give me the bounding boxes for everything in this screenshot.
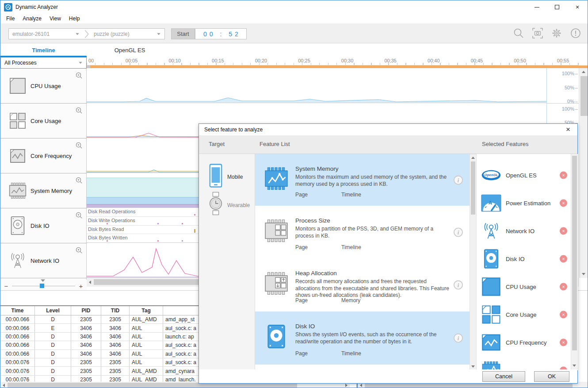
cancel-button[interactable]: Cancel — [482, 371, 525, 382]
zoom-slider-handle[interactable] — [40, 284, 44, 288]
ruler-tick-label: 00;20 — [255, 58, 267, 63]
feature-item-process-size[interactable]: Process SizeMonitors a partition of the … — [255, 206, 470, 258]
row-expander-icon[interactable] — [40, 279, 46, 282]
mobile-icon — [208, 163, 223, 188]
remove-icon[interactable]: × — [560, 255, 567, 262]
feature-item-heap-allocation[interactable]: Heap AllocationRecords all memory alloca… — [255, 258, 470, 311]
charts-vertical-scrollbar[interactable] — [579, 68, 588, 278]
scrollbar-thumb[interactable] — [580, 76, 588, 116]
target-item-mobile[interactable]: Mobile — [199, 163, 255, 191]
process-filter-select[interactable]: All Processes — [0, 57, 87, 69]
selected-feature-cpu-usage[interactable]: CPU Usage× — [477, 273, 571, 300]
scroll-up-icon[interactable] — [582, 71, 585, 73]
selected-features-scrollbar[interactable] — [571, 154, 578, 370]
svg-text:i: i — [458, 335, 459, 342]
sidebar-item-system-memory[interactable]: System Memory — [0, 173, 87, 208]
selected-feature-disk-io[interactable]: Disk IO× — [477, 245, 571, 273]
feature-tags: PageTimeline — [295, 192, 361, 198]
toolbar: emulator-26101 puzzle (puzzle) Start 00 … — [0, 23, 588, 43]
sidebar-item-network-io[interactable]: Network IO — [0, 243, 87, 278]
tab-timeline[interactable]: Timeline — [0, 43, 87, 57]
dialog-close-icon[interactable]: × — [563, 125, 573, 134]
zoom-in-button[interactable]: + — [75, 282, 87, 290]
dlog-cell: 00:00.066 — [0, 315, 35, 323]
scrollbar-thumb[interactable] — [471, 161, 475, 215]
feature-tag: Page — [295, 350, 341, 357]
dlog-cell: D — [35, 333, 71, 341]
zoom-in-icon[interactable] — [75, 72, 83, 79]
scroll-down-icon[interactable] — [573, 365, 576, 367]
sidebar-item-core-usage[interactable]: Core Usage — [0, 104, 87, 138]
search-icon[interactable] — [513, 27, 524, 39]
dlog-cell: 2305 — [71, 315, 101, 323]
feature-tags: PageMemory — [295, 297, 360, 303]
remove-icon[interactable]: × — [560, 199, 567, 207]
info-icon[interactable]: i — [453, 175, 463, 185]
tab-opengl-es[interactable]: OpenGL ES — [87, 43, 173, 57]
remove-icon[interactable]: × — [560, 227, 567, 234]
scroll-down-icon[interactable] — [471, 365, 475, 368]
close-button[interactable]: × — [567, 0, 588, 14]
device-select[interactable]: emulator-26101 — [9, 29, 83, 39]
selected-feature-core-usage[interactable]: Core Usage× — [477, 300, 571, 328]
sidebar-item-cpu-usage[interactable]: CPU Usage — [0, 69, 87, 104]
start-button[interactable]: Start — [171, 28, 195, 39]
scrollbar-thumb[interactable] — [572, 156, 577, 350]
selected-feature-opengl-es[interactable]: OpenGLOpenGL ES× — [477, 161, 571, 189]
chart-label: Disk IO — [31, 223, 50, 229]
settings-icon[interactable] — [551, 27, 562, 39]
about-icon[interactable] — [570, 27, 581, 39]
sidebar-item-disk-io[interactable]: Disk IO — [0, 208, 87, 243]
disk-io-mark — [182, 240, 183, 242]
application-select[interactable]: puzzle (puzzle) — [90, 29, 164, 39]
zoom-in-icon[interactable] — [75, 107, 83, 114]
minimize-button[interactable] — [527, 0, 547, 14]
remove-icon[interactable]: × — [560, 171, 567, 179]
scroll-down-icon[interactable] — [582, 273, 585, 275]
zoom-in-icon[interactable] — [75, 142, 83, 149]
feature-item-system-memory[interactable]: System MemoryMonitors the maximum and us… — [255, 154, 470, 206]
menu-item-help[interactable]: Help — [65, 15, 84, 23]
remove-icon[interactable]: × — [560, 338, 567, 346]
chart-label: System Memory — [31, 188, 72, 194]
selected-feature-cpu-frequency[interactable]: CPU Frequency× — [477, 328, 571, 356]
ruler-tick-label: 00;15 — [212, 58, 224, 63]
zoom-in-icon[interactable] — [75, 211, 83, 219]
screenshot-icon[interactable] — [532, 27, 543, 39]
selected-feature-label: OpenGL ES — [506, 172, 537, 178]
menu-item-file[interactable]: File — [2, 15, 19, 23]
dialog-footer: Cancel OK — [199, 369, 577, 383]
info-icon[interactable]: i — [453, 333, 463, 343]
selected-feature-partial[interactable]: × — [477, 356, 571, 370]
menu-item-analyze[interactable]: Analyze — [19, 15, 46, 23]
zoom-in-icon[interactable] — [75, 177, 83, 184]
info-icon[interactable]: i — [453, 280, 463, 290]
scroll-right-icon[interactable] — [345, 384, 347, 387]
ok-button[interactable]: OK — [534, 371, 569, 382]
scroll-left-icon[interactable] — [3, 384, 5, 387]
selected-feature-power-estimation[interactable]: APower Estimation× — [477, 189, 571, 217]
scroll-up-icon[interactable] — [471, 157, 475, 159]
zoom-in-icon[interactable] — [75, 246, 83, 254]
disk-sub-row-label: Disk Bytes Written — [88, 235, 128, 240]
dlog-cell: AUL — [130, 350, 163, 358]
feature-list-scrollbar[interactable] — [470, 154, 477, 370]
scroll-left-icon[interactable] — [360, 384, 362, 387]
zoom-slider-track[interactable] — [12, 286, 75, 286]
time-ruler[interactable]: 0000;0500;1000;1500;2000;2500;3000;3500;… — [87, 57, 579, 65]
dlog-cell: 3406 — [71, 350, 101, 358]
feature-item-disk-io[interactable]: Disk IOShows the system I/O events, such… — [255, 311, 470, 365]
sidebar-item-core-frequency[interactable]: Core Frequency — [0, 138, 87, 173]
menu-item-view[interactable]: View — [46, 15, 65, 23]
remove-icon[interactable]: × — [560, 311, 567, 318]
target-item-wearable[interactable]: Wearable — [199, 191, 255, 219]
info-icon[interactable]: i — [453, 227, 463, 237]
scroll-left-icon[interactable] — [89, 280, 91, 284]
maximize-button[interactable] — [547, 0, 567, 14]
dlog-cell: D — [35, 358, 71, 366]
remove-icon[interactable]: × — [560, 283, 567, 290]
zoom-out-button[interactable]: − — [0, 282, 12, 290]
svg-text:OpenGL: OpenGL — [484, 173, 498, 177]
memory-chip-blue-icon — [263, 166, 289, 191]
selected-feature-network-io[interactable]: Network IO× — [477, 217, 571, 245]
